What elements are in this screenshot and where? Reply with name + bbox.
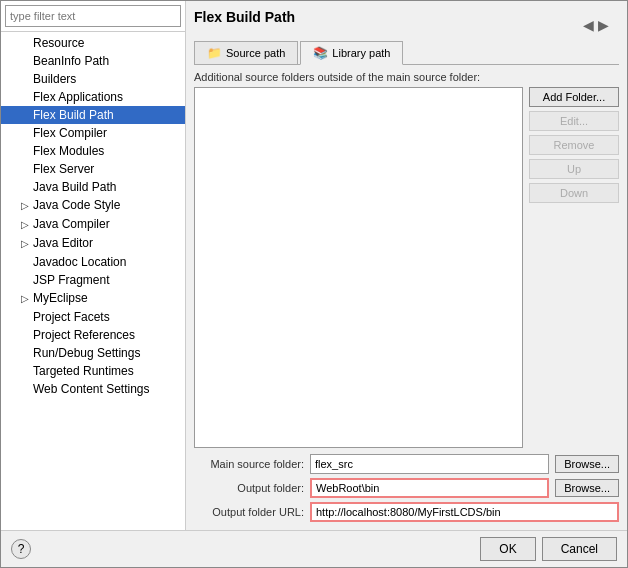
dialog-footer: ? OK Cancel <box>1 530 627 567</box>
tree-item-resource[interactable]: Resource <box>1 34 185 52</box>
tree-item-myeclipse[interactable]: ▷MyEclipse <box>1 289 185 308</box>
tree-item-java-editor[interactable]: ▷Java Editor <box>1 234 185 253</box>
panel-title: Flex Build Path <box>194 9 295 25</box>
tree-item-jsp-fragment[interactable]: JSP Fragment <box>1 271 185 289</box>
ok-button[interactable]: OK <box>480 537 535 561</box>
action-buttons: Add Folder... Edit... Remove Up Down <box>529 87 619 448</box>
tree-item-flex-build-path[interactable]: Flex Build Path <box>1 106 185 124</box>
tree-item-label-resource: Resource <box>33 36 84 50</box>
edit-button[interactable]: Edit... <box>529 111 619 131</box>
tab-library-path[interactable]: 📚Library path <box>300 41 403 65</box>
output-url-row: Output folder URL: <box>194 502 619 522</box>
back-arrow[interactable]: ◀ <box>583 17 594 33</box>
content-area: Add Folder... Edit... Remove Up Down <box>194 87 619 448</box>
tree-item-label-jsp-fragment: JSP Fragment <box>33 273 109 287</box>
tree-item-flex-modules[interactable]: Flex Modules <box>1 142 185 160</box>
tree-item-flex-applications[interactable]: Flex Applications <box>1 88 185 106</box>
tree-item-label-builders: Builders <box>33 72 76 86</box>
source-list-container <box>194 87 523 448</box>
footer-buttons: OK Cancel <box>480 537 617 561</box>
tree-item-project-references[interactable]: Project References <box>1 326 185 344</box>
tree-item-java-compiler[interactable]: ▷Java Compiler <box>1 215 185 234</box>
tree-item-project-facets[interactable]: Project Facets <box>1 308 185 326</box>
output-folder-row: Output folder: Browse... <box>194 478 619 498</box>
tree-item-label-flex-server: Flex Server <box>33 162 94 176</box>
output-folder-browse[interactable]: Browse... <box>555 479 619 497</box>
tree-item-java-build-path[interactable]: Java Build Path <box>1 178 185 196</box>
output-folder-label: Output folder: <box>194 482 304 494</box>
main-source-browse[interactable]: Browse... <box>555 455 619 473</box>
left-panel: type filter text ResourceBeanInfo PathBu… <box>1 1 186 530</box>
help-button[interactable]: ? <box>11 539 31 559</box>
tree-item-targeted-runtimes[interactable]: Targeted Runtimes <box>1 362 185 380</box>
cancel-button[interactable]: Cancel <box>542 537 617 561</box>
tree-item-flex-server[interactable]: Flex Server <box>1 160 185 178</box>
filter-input[interactable]: type filter text <box>5 5 181 27</box>
tree-item-flex-compiler[interactable]: Flex Compiler <box>1 124 185 142</box>
up-button[interactable]: Up <box>529 159 619 179</box>
main-source-label: Main source folder: <box>194 458 304 470</box>
tree-item-label-myeclipse: MyEclipse <box>33 291 88 305</box>
description-text: Additional source folders outside of the… <box>194 71 619 83</box>
tree-item-label-java-compiler: Java Compiler <box>33 217 110 231</box>
tree-item-builders[interactable]: Builders <box>1 70 185 88</box>
tree-item-label-project-references: Project References <box>33 328 135 342</box>
main-source-row: Main source folder: Browse... <box>194 454 619 474</box>
tree-item-label-run-debug-settings: Run/Debug Settings <box>33 346 140 360</box>
tree-item-run-debug-settings[interactable]: Run/Debug Settings <box>1 344 185 362</box>
output-folder-input[interactable] <box>310 478 549 498</box>
tabs: 📁Source path📚Library path <box>194 41 619 65</box>
filter-box: type filter text <box>1 1 185 32</box>
down-button[interactable]: Down <box>529 183 619 203</box>
tree-item-web-content-settings[interactable]: Web Content Settings <box>1 380 185 398</box>
source-list <box>194 87 523 448</box>
output-url-input[interactable] <box>310 502 619 522</box>
tree-item-label-flex-build-path: Flex Build Path <box>33 108 114 122</box>
output-url-label: Output folder URL: <box>194 506 304 518</box>
dialog: type filter text ResourceBeanInfo PathBu… <box>0 0 628 568</box>
tree-item-label-java-editor: Java Editor <box>33 236 93 250</box>
tree-item-label-flex-compiler: Flex Compiler <box>33 126 107 140</box>
tree-item-label-targeted-runtimes: Targeted Runtimes <box>33 364 134 378</box>
tree-item-label-web-content-settings: Web Content Settings <box>33 382 150 396</box>
tab-label-source-path: Source path <box>226 47 285 59</box>
remove-button[interactable]: Remove <box>529 135 619 155</box>
add-folder-button[interactable]: Add Folder... <box>529 87 619 107</box>
tree-item-label-flex-modules: Flex Modules <box>33 144 104 158</box>
tree-item-label-project-facets: Project Facets <box>33 310 110 324</box>
tree-item-label-java-code-style: Java Code Style <box>33 198 120 212</box>
tab-label-library-path: Library path <box>332 47 390 59</box>
tree-item-label-javadoc-location: Javadoc Location <box>33 255 126 269</box>
tree: ResourceBeanInfo PathBuildersFlex Applic… <box>1 32 185 530</box>
bottom-fields: Main source folder: Browse... Output fol… <box>194 454 619 522</box>
tree-item-label-beaninfo-path: BeanInfo Path <box>33 54 109 68</box>
forward-arrow[interactable]: ▶ <box>598 17 609 33</box>
tree-item-javadoc-location[interactable]: Javadoc Location <box>1 253 185 271</box>
right-panel: Flex Build Path ◀ ▶ 📁Source path📚Library… <box>186 1 627 530</box>
tree-item-java-code-style[interactable]: ▷Java Code Style <box>1 196 185 215</box>
main-source-input[interactable] <box>310 454 549 474</box>
source-path-icon: 📁 <box>207 46 222 60</box>
tree-item-beaninfo-path[interactable]: BeanInfo Path <box>1 52 185 70</box>
tree-item-label-flex-applications: Flex Applications <box>33 90 123 104</box>
tab-source-path[interactable]: 📁Source path <box>194 41 298 64</box>
tree-item-label-java-build-path: Java Build Path <box>33 180 116 194</box>
library-path-icon: 📚 <box>313 46 328 60</box>
nav-arrows: ◀ ▶ <box>583 17 609 33</box>
